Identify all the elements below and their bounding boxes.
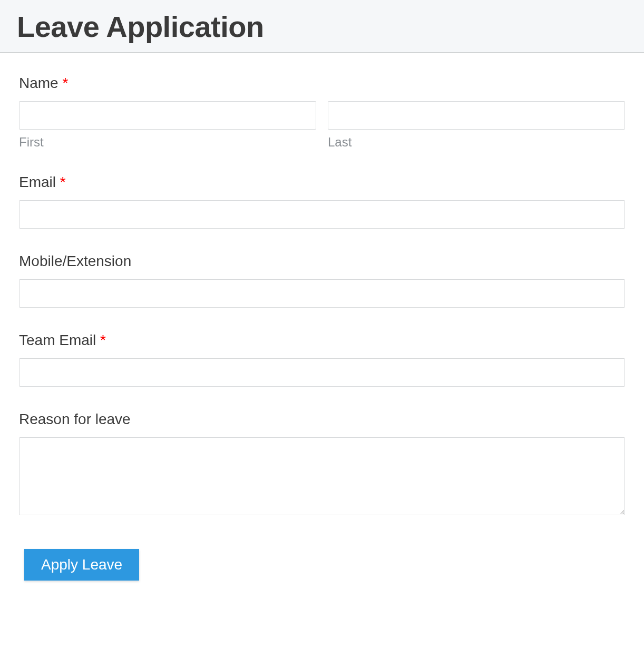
page-title: Leave Application [17, 9, 627, 44]
required-star: * [60, 174, 66, 190]
email-label: Email * [19, 174, 625, 191]
email-input[interactable] [19, 200, 625, 229]
name-row: First Last [19, 101, 625, 150]
last-name-sublabel: Last [328, 135, 625, 150]
reason-label-text: Reason for leave [19, 411, 131, 427]
reason-textarea[interactable] [19, 437, 625, 515]
name-label-text: Name [19, 75, 58, 91]
team-email-label: Team Email * [19, 332, 625, 349]
first-name-input[interactable] [19, 101, 316, 130]
last-name-input[interactable] [328, 101, 625, 130]
name-label: Name * [19, 75, 625, 92]
form-body: Name * First Last Email * Mobile/Extensi… [0, 53, 644, 607]
field-mobile: Mobile/Extension [19, 253, 625, 308]
field-reason: Reason for leave [19, 411, 625, 517]
field-team-email: Team Email * [19, 332, 625, 387]
email-label-text: Email [19, 174, 56, 190]
team-email-input[interactable] [19, 358, 625, 387]
mobile-input[interactable] [19, 279, 625, 308]
team-email-label-text: Team Email [19, 332, 96, 348]
required-star: * [62, 75, 68, 91]
mobile-label-text: Mobile/Extension [19, 253, 131, 269]
required-star: * [100, 332, 106, 348]
field-name: Name * First Last [19, 75, 625, 150]
mobile-label: Mobile/Extension [19, 253, 625, 270]
field-email: Email * [19, 174, 625, 229]
first-name-col: First [19, 101, 316, 150]
last-name-col: Last [328, 101, 625, 150]
form-header: Leave Application [0, 0, 644, 53]
first-name-sublabel: First [19, 135, 316, 150]
reason-label: Reason for leave [19, 411, 625, 428]
submit-row: Apply Leave [19, 549, 625, 581]
apply-leave-button[interactable]: Apply Leave [24, 549, 139, 581]
